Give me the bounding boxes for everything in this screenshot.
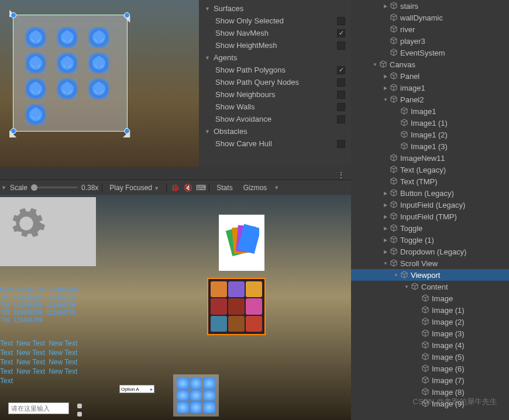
input-field[interactable]	[8, 402, 69, 414]
resize-handle-icon[interactable]	[11, 128, 16, 134]
hierarchy-item[interactable]: ▶InputField (Legacy)	[351, 199, 509, 211]
nav-option[interactable]: Show Carve Hull	[199, 137, 351, 150]
hierarchy-item[interactable]: Image1 (2)	[351, 129, 509, 140]
hierarchy-item[interactable]: ▶Toggle	[351, 222, 509, 234]
chevron-right-icon[interactable]: ▶	[383, 237, 388, 243]
hierarchy-item[interactable]: Image1 (3)	[351, 140, 509, 152]
dropdown-control[interactable]: Option A▸	[119, 385, 154, 393]
nav-option[interactable]: Show Avoidance	[199, 113, 351, 125]
hierarchy-item[interactable]: Text (Legacy)	[351, 164, 509, 175]
hierarchy-item[interactable]: ▶stairs	[351, 0, 509, 12]
gem-icon[interactable]	[25, 27, 46, 48]
hierarchy-item[interactable]: Image1	[351, 105, 509, 117]
checkbox[interactable]	[337, 78, 345, 87]
checkbox[interactable]	[337, 140, 345, 148]
chevron-down-icon[interactable]: ▼	[274, 185, 279, 191]
selected-panel[interactable]	[13, 15, 128, 132]
hierarchy-item[interactable]: ▶Toggle (1)	[351, 234, 509, 246]
chevron-right-icon[interactable]: ▶	[383, 191, 388, 196]
chevron-right-icon[interactable]: ▶	[383, 226, 388, 231]
hierarchy-item[interactable]: ▼Panel2	[351, 94, 509, 105]
chevron-down-icon[interactable]: ▼	[372, 62, 378, 67]
hierarchy-item[interactable]: Image (6)	[351, 363, 509, 374]
hierarchy-item[interactable]: Image (8)	[351, 386, 509, 398]
nav-option[interactable]: Show NavMesh✓	[199, 27, 351, 39]
chevron-right-icon[interactable]: ▶	[383, 249, 388, 254]
hierarchy-item[interactable]: player3	[351, 35, 509, 47]
audio-icon[interactable]: 🔇	[183, 184, 192, 192]
checkbox[interactable]: ✓	[337, 29, 345, 37]
nav-section-header[interactable]: ▼Agents	[199, 51, 351, 64]
hierarchy-item[interactable]: Image (4)	[351, 339, 509, 351]
gem-icon[interactable]	[25, 78, 46, 99]
hierarchy-item[interactable]: Image1 (1)	[351, 117, 509, 129]
hierarchy-item[interactable]: ▼Viewport	[351, 269, 509, 281]
hierarchy-item[interactable]: Image	[351, 292, 509, 304]
hierarchy-item[interactable]: EventSystem	[351, 47, 509, 58]
hierarchy-panel[interactable]: ▶stairswallDynamicriverplayer3EventSyste…	[351, 0, 509, 420]
hierarchy-item[interactable]: Image (5)	[351, 351, 509, 363]
scene-view[interactable]: ◣ ◥ ◣ ◢	[0, 0, 199, 167]
gem-icon[interactable]	[57, 53, 78, 74]
hierarchy-item[interactable]: ImageNew11	[351, 152, 509, 164]
gem-icon[interactable]	[25, 53, 46, 74]
play-mode-dropdown[interactable]: Play Focused ▼	[106, 183, 163, 193]
chevron-right-icon[interactable]: ▶	[383, 74, 388, 79]
checkbox[interactable]	[337, 103, 345, 111]
nav-section-header[interactable]: ▼Obstacles	[199, 125, 351, 137]
checkbox[interactable]	[337, 91, 345, 99]
gem-icon[interactable]	[25, 104, 46, 125]
keyboard-icon[interactable]: ⌨	[196, 184, 205, 192]
hierarchy-item[interactable]: Image (3)	[351, 328, 509, 339]
resize-handle-icon[interactable]	[124, 128, 130, 134]
nav-option[interactable]: Show Path Query Nodes	[199, 76, 351, 88]
hierarchy-item[interactable]: Image (7)	[351, 374, 509, 386]
toggle-group[interactable]	[77, 404, 82, 416]
gem-icon[interactable]	[88, 53, 109, 74]
hierarchy-item[interactable]: ▶image1	[351, 82, 509, 94]
game-view[interactable]: 6789123456789123456789789123456789123456…	[0, 195, 351, 420]
gem-icon[interactable]	[57, 27, 78, 48]
gem-icon[interactable]	[88, 78, 109, 99]
resize-handle-icon[interactable]	[11, 12, 16, 18]
chevron-down-icon[interactable]: ▼	[404, 284, 410, 290]
chevron-down-icon[interactable]: ▼	[383, 261, 388, 266]
chevron-right-icon[interactable]: ▶	[383, 202, 388, 208]
hierarchy-item[interactable]: ▼Canvas	[351, 58, 509, 70]
hierarchy-item[interactable]: ▼Content	[351, 281, 509, 292]
bug-icon[interactable]: 🐞	[170, 184, 180, 192]
hierarchy-item[interactable]: river	[351, 23, 509, 35]
checkbox[interactable]	[337, 115, 345, 123]
gizmos-dropdown[interactable]: Gizmos	[240, 183, 271, 193]
nav-option[interactable]: Show Neighbours	[199, 88, 351, 101]
hierarchy-item[interactable]: wallDynamic	[351, 12, 509, 23]
hierarchy-item[interactable]: Image (1)	[351, 304, 509, 316]
nav-option[interactable]: Show HeightMesh	[199, 39, 351, 51]
chevron-right-icon[interactable]: ▶	[383, 214, 388, 219]
panel-menu-icon[interactable]: ⋮	[337, 170, 345, 180]
chevron-right-icon[interactable]: ▶	[383, 85, 388, 91]
nav-option[interactable]: Show Only Selected	[199, 15, 351, 27]
checkbox[interactable]	[337, 42, 345, 50]
chevron-down-icon[interactable]: ▼	[393, 273, 399, 278]
hierarchy-item[interactable]: ▶InputField (TMP)	[351, 211, 509, 222]
checkbox[interactable]: ✓	[337, 66, 345, 74]
nav-section-header[interactable]: ▼Surfaces	[199, 2, 351, 15]
hierarchy-item[interactable]: Text (TMP)	[351, 175, 509, 187]
hierarchy-item[interactable]: ▶Panel	[351, 70, 509, 82]
stats-button[interactable]: Stats	[213, 183, 236, 193]
checkbox[interactable]	[337, 17, 345, 25]
gem-icon[interactable]	[88, 27, 109, 48]
resize-handle-icon[interactable]	[124, 12, 130, 18]
nav-option[interactable]: Show Walls	[199, 101, 351, 113]
gem-icon[interactable]	[57, 78, 78, 99]
hierarchy-item[interactable]: Image (2)	[351, 316, 509, 328]
hierarchy-item[interactable]: ▼Scroll View	[351, 257, 509, 269]
scale-slider[interactable]	[31, 187, 78, 188]
hierarchy-item[interactable]: ▶Dropdown (Legacy)	[351, 246, 509, 257]
hierarchy-item[interactable]: ▶Button (Legacy)	[351, 187, 509, 199]
chevron-right-icon[interactable]: ▶	[383, 4, 388, 9]
chevron-down-icon[interactable]: ▼	[1, 185, 6, 191]
chevron-down-icon[interactable]: ▼	[383, 97, 388, 102]
nav-option[interactable]: Show Path Polygons✓	[199, 64, 351, 76]
